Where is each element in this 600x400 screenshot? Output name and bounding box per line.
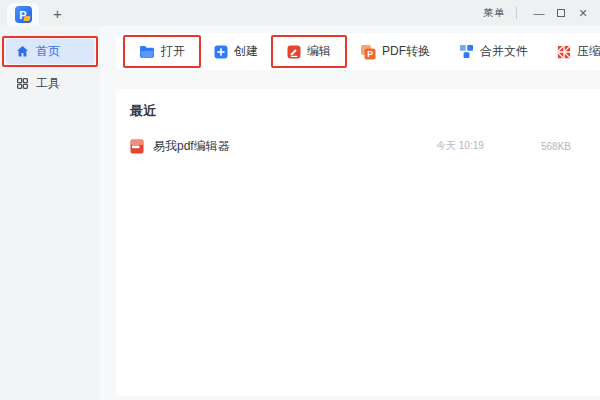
create-plus-icon [214, 45, 228, 59]
main-panel: 打开 创建 编辑 [100, 26, 600, 400]
file-size: 568KB [541, 141, 600, 152]
home-icon [16, 45, 29, 58]
tool-button-label: 编辑 [307, 43, 331, 60]
tool-button-label: 打开 [161, 43, 185, 60]
sidebar-item-tools[interactable]: 工具 [6, 71, 94, 96]
compress-button[interactable]: 压缩 [547, 37, 600, 66]
merge-files-button[interactable]: 合并文件 [449, 37, 538, 66]
logo-pen-nib-icon [23, 16, 30, 21]
edit-document-icon [287, 45, 301, 59]
file-time: 今天 10:19 [436, 139, 541, 153]
tool-button-label: 创建 [234, 43, 258, 60]
minimize-button[interactable]: — [528, 3, 550, 23]
tools-grid-icon [16, 77, 29, 90]
pdf-file-icon [130, 139, 144, 154]
sidebar-item-label: 工具 [36, 75, 60, 92]
sidebar: 首页 工具 [0, 26, 100, 400]
app-tab[interactable]: P [7, 3, 39, 26]
recent-section: 最近 易我pdf编辑器 今天 10:19 568KB ⋯ [116, 89, 600, 396]
open-button[interactable]: 打开 [129, 37, 195, 66]
merge-files-icon [459, 44, 474, 59]
quick-actions-toolbar: 打开 创建 编辑 [116, 33, 600, 70]
recent-file-row[interactable]: 易我pdf编辑器 今天 10:19 568KB ⋯ [130, 134, 600, 158]
maximize-icon [557, 9, 565, 17]
menu-button[interactable]: 菜单 [483, 6, 505, 20]
sidebar-item-home[interactable]: 首页 [6, 39, 94, 64]
recent-title: 最近 [130, 102, 600, 120]
tool-button-label: 压缩 [577, 43, 600, 60]
window-body: 首页 工具 打开 [0, 26, 600, 400]
file-name: 易我pdf编辑器 [153, 138, 436, 155]
pdf-editor-window: P + 菜单 — ✕ 首页 [0, 0, 600, 400]
open-folder-icon [139, 45, 155, 59]
edit-button[interactable]: 编辑 [277, 37, 341, 66]
pdf-convert-icon: P [360, 44, 376, 60]
sidebar-item-label: 首页 [36, 43, 60, 60]
maximize-button[interactable] [550, 3, 572, 23]
tool-button-label: 合并文件 [480, 43, 528, 60]
new-tab-button[interactable]: + [53, 6, 62, 21]
pdf-convert-button[interactable]: P PDF转换 [350, 37, 440, 66]
svg-text:P: P [367, 49, 373, 59]
compress-icon [557, 45, 571, 59]
titlebar-divider [516, 7, 517, 19]
create-button[interactable]: 创建 [204, 37, 268, 66]
tool-button-label: PDF转换 [382, 43, 430, 60]
titlebar: P + 菜单 — ✕ [0, 0, 600, 26]
close-button[interactable]: ✕ [572, 3, 594, 23]
app-logo-icon: P [15, 6, 32, 23]
